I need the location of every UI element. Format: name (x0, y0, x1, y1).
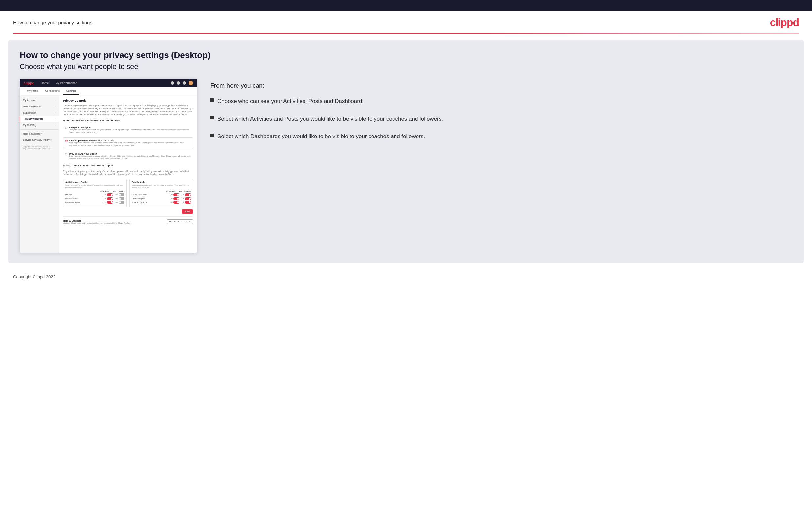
player-dash-coaches-toggle[interactable] (173, 193, 180, 196)
radio-group: Everyone on Clippd Everyone on Clippd ca… (63, 125, 193, 161)
bullet-square-2 (210, 116, 213, 119)
sidebar-item-data-integrations[interactable]: Data Integrations › (20, 103, 59, 110)
mockup-sidebar: My Account › Data Integrations › Subscri… (20, 95, 59, 253)
grid-icon (177, 81, 180, 84)
rounds-coaches-toggle[interactable] (107, 193, 113, 196)
rounds-followers-toggle[interactable] (118, 193, 124, 196)
mockup-tabs: My Profile Connections Settings (20, 87, 197, 95)
tab-settings[interactable]: Settings (63, 87, 79, 95)
what-work-followers-toggle[interactable] (185, 201, 191, 204)
logo: clippd (770, 16, 799, 29)
sidebar-item-privacy-policy[interactable]: Service & Privacy Policy ↗ (20, 137, 59, 143)
manual-coaches-toggle[interactable] (107, 201, 113, 204)
bullet-text-3: Select which Dashboards you would like t… (217, 132, 425, 141)
chevron-icon: › (55, 124, 55, 127)
show-hide-desc: Regardless of the privacy controls that … (63, 170, 193, 176)
sidebar-item-account[interactable]: My Account › (20, 97, 59, 103)
main-content: How to change your privacy settings (Des… (8, 40, 804, 263)
bullet-item-1: Choose who can see your Activities, Post… (210, 97, 792, 106)
chevron-icon: › (55, 111, 55, 114)
toggle-section: Activities and Posts Select the types of… (63, 179, 193, 208)
bullet-square-1 (210, 99, 213, 102)
save-button[interactable]: Save (182, 209, 193, 214)
chevron-icon: › (55, 117, 55, 120)
mockup-nav-home: Home (41, 81, 49, 84)
toggle-row-manual: Manual Activities ON ON (65, 201, 124, 204)
round-insights-coaches-toggle[interactable] (173, 197, 180, 200)
user-avatar (189, 81, 193, 85)
copyright-text: Copyright Clippd 2022 (13, 274, 55, 279)
footer: Copyright Clippd 2022 (0, 269, 812, 284)
chevron-icon: › (55, 105, 55, 108)
dashboards-box: Dashboards Select the types of activity … (130, 179, 193, 208)
tab-connections[interactable]: Connections (42, 87, 63, 95)
top-bar (0, 0, 812, 10)
mockup-body: My Account › Data Integrations › Subscri… (20, 95, 197, 253)
radio-circle-followers (65, 140, 68, 142)
external-link-icon: ↗ (189, 221, 190, 223)
right-panel-heading: From here you can: (210, 82, 792, 89)
mockup-logo: clippd (23, 81, 34, 85)
mockup-main-panel: Privacy Controls Control how you and you… (59, 95, 197, 253)
toggle-row-what-to-work: What To Work On ON ON (132, 201, 191, 204)
sidebar-footer: Clippd Client Version: 2022.8.2 SQL Serv… (20, 143, 59, 152)
mockup-nav-performance: My Performance (55, 81, 77, 84)
help-section: Help & Support Visit our Clippd communit… (63, 216, 193, 224)
screenshot-mockup: clippd Home My Performance My Profile Co… (20, 79, 197, 253)
privacy-controls-title: Privacy Controls (63, 99, 193, 102)
radio-circle-everyone (65, 127, 67, 129)
chevron-icon: › (55, 99, 55, 102)
settings-icon (183, 81, 186, 84)
page-heading: How to change your privacy settings (Des… (20, 50, 792, 60)
who-can-see-title: Who Can See Your Activities and Dashboar… (63, 119, 193, 122)
toggle-row-rounds: Rounds ON ON (65, 193, 124, 196)
mockup-nav: clippd Home My Performance (20, 79, 197, 87)
tab-my-profile[interactable]: My Profile (23, 87, 42, 95)
round-insights-followers-toggle[interactable] (185, 197, 191, 200)
bullet-list: Choose who can see your Activities, Post… (210, 97, 792, 141)
bullet-item-2: Select which Activities and Posts you wo… (210, 115, 792, 123)
what-work-coaches-toggle[interactable] (173, 201, 180, 204)
radio-only-you-coach[interactable]: Only You and Your Coach Only you and the… (63, 151, 193, 162)
help-desc: Visit our Clippd community to troublesho… (63, 222, 132, 224)
header-title: How to change your privacy settings (13, 20, 92, 25)
sidebar-item-subscription[interactable]: Subscription › (20, 110, 59, 116)
right-panel: From here you can: Choose who can see yo… (210, 79, 792, 150)
manual-followers-toggle[interactable] (118, 201, 124, 204)
mockup-nav-icons (171, 81, 193, 85)
page-subheading: Choose what you want people to see (20, 62, 792, 71)
bullet-text-1: Choose who can see your Activities, Post… (217, 97, 364, 106)
search-icon (171, 81, 174, 84)
bullet-text-2: Select which Activities and Posts you wo… (217, 115, 443, 123)
bullet-item-3: Select which Dashboards you would like t… (210, 132, 792, 141)
sidebar-item-privacy-controls[interactable]: Privacy Controls › (20, 116, 59, 122)
header-divider (13, 33, 799, 34)
two-col-layout: clippd Home My Performance My Profile Co… (20, 79, 792, 253)
privacy-controls-desc: Control how you and your data appears to… (63, 104, 193, 116)
visit-community-button[interactable]: Visit Our Community ↗ (166, 219, 193, 224)
practice-coaches-toggle[interactable] (107, 197, 113, 200)
activities-posts-box: Activities and Posts Select the types of… (63, 179, 127, 208)
radio-circle-you (65, 153, 67, 155)
bullet-square-3 (210, 133, 213, 137)
radio-followers-coach[interactable]: Only Approved Followers and Your Coach O… (63, 137, 193, 149)
save-row: Save (63, 209, 193, 214)
sidebar-item-golf-bag[interactable]: My Golf Bag › (20, 122, 59, 128)
show-hide-title: Show or hide specific features in Clippd (63, 164, 193, 167)
header: How to change your privacy settings clip… (0, 10, 812, 33)
toggle-row-player-dashboard: Player Dashboard ON ON (132, 193, 191, 196)
toggle-row-round-insights: Round Insights ON ON (132, 197, 191, 200)
player-dash-followers-toggle[interactable] (185, 193, 191, 196)
radio-everyone[interactable]: Everyone on Clippd Everyone on Clippd ca… (63, 125, 193, 135)
practice-followers-toggle[interactable] (118, 197, 124, 200)
help-title: Help & Support (63, 219, 132, 222)
sidebar-divider (20, 129, 59, 130)
toggle-row-practice: Practice Drills ON ON (65, 197, 124, 200)
sidebar-item-help-support[interactable]: Help & Support ↗ (20, 130, 59, 137)
